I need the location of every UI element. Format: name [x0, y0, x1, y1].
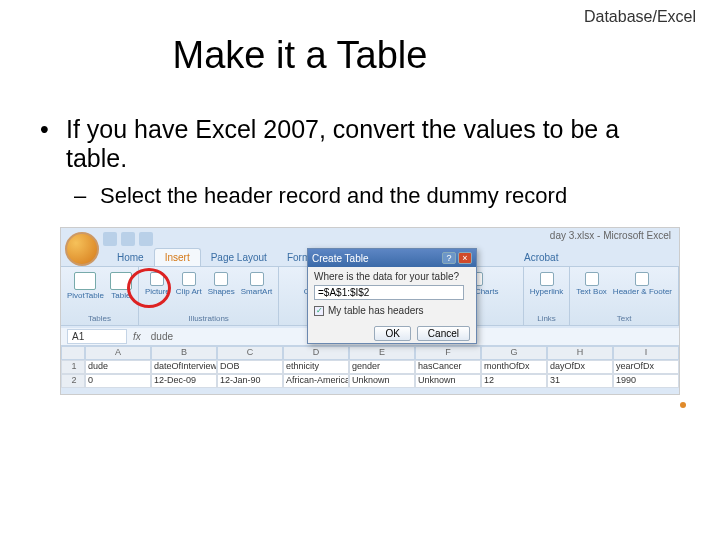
cell[interactable]: 31: [547, 374, 613, 388]
fx-icon[interactable]: fx: [133, 331, 141, 342]
cell[interactable]: dude: [85, 360, 151, 374]
cell[interactable]: 0: [85, 374, 151, 388]
cancel-button[interactable]: Cancel: [417, 326, 470, 341]
cell[interactable]: African-American: [283, 374, 349, 388]
cell[interactable]: 1990: [613, 374, 679, 388]
cell[interactable]: yearOfDx: [613, 360, 679, 374]
header-label: Database/Excel: [584, 8, 696, 26]
column-headers: A B C D E F G H I: [61, 346, 679, 360]
table-row: 2 0 12-Dec-09 12-Jan-90 African-American…: [61, 374, 679, 388]
picture-button[interactable]: Picture: [145, 272, 170, 296]
checkbox-icon: ✓: [314, 306, 324, 316]
annotation-dot: [680, 402, 686, 408]
excel-screenshot: day 3.xlsx - Microsoft Excel Home Insert…: [60, 227, 680, 395]
quick-access-toolbar[interactable]: [103, 232, 153, 246]
clipart-button[interactable]: Clip Art: [176, 272, 202, 296]
group-links-label: Links: [537, 314, 556, 323]
tab-acrobat[interactable]: Acrobat: [514, 249, 568, 266]
group-links: Hyperlink Links: [524, 267, 570, 325]
row-header[interactable]: 1: [61, 360, 85, 374]
table-button[interactable]: Table: [110, 272, 132, 300]
dialog-titlebar[interactable]: Create Table ? ×: [308, 249, 476, 267]
ok-button[interactable]: OK: [374, 326, 410, 341]
group-text: Text Box Header & Footer Text: [570, 267, 679, 325]
col-i[interactable]: I: [613, 346, 679, 360]
group-tables: PivotTable Table Tables: [61, 267, 139, 325]
page-title: Make it a Table: [0, 34, 720, 77]
col-d[interactable]: D: [283, 346, 349, 360]
row-header[interactable]: 2: [61, 374, 85, 388]
cell[interactable]: dayOfDx: [547, 360, 613, 374]
create-table-dialog: Create Table ? × Where is the data for y…: [307, 248, 477, 344]
hyperlink-button[interactable]: Hyperlink: [530, 272, 563, 296]
shapes-button[interactable]: Shapes: [208, 272, 235, 296]
col-f[interactable]: F: [415, 346, 481, 360]
cell[interactable]: dateOfInterview: [151, 360, 217, 374]
cell[interactable]: 12-Dec-09: [151, 374, 217, 388]
table-row: 1 dude dateOfInterview DOB ethnicity gen…: [61, 360, 679, 374]
tab-page-layout[interactable]: Page Layout: [201, 249, 277, 266]
cell[interactable]: hasCancer: [415, 360, 481, 374]
col-b[interactable]: B: [151, 346, 217, 360]
name-box[interactable]: A1: [67, 329, 127, 344]
pivot-table-button[interactable]: PivotTable: [67, 272, 104, 300]
cell[interactable]: ethnicity: [283, 360, 349, 374]
cell[interactable]: monthOfDx: [481, 360, 547, 374]
header-footer-button[interactable]: Header & Footer: [613, 272, 672, 296]
cell[interactable]: 12: [481, 374, 547, 388]
text-box-button[interactable]: Text Box: [576, 272, 607, 296]
cell[interactable]: Unknown: [349, 374, 415, 388]
smartart-button[interactable]: SmartArt: [241, 272, 273, 296]
range-input[interactable]: [314, 285, 464, 300]
help-icon[interactable]: ?: [442, 252, 456, 264]
cell[interactable]: Unknown: [415, 374, 481, 388]
dash: –: [74, 183, 90, 209]
group-illustrations-label: Illustrations: [188, 314, 228, 323]
app-titlebar: day 3.xlsx - Microsoft Excel: [550, 230, 671, 241]
group-text-label: Text: [617, 314, 632, 323]
group-tables-label: Tables: [88, 314, 111, 323]
content: • If you have Excel 2007, convert the va…: [40, 115, 680, 209]
col-g[interactable]: G: [481, 346, 547, 360]
cell[interactable]: 12-Jan-90: [217, 374, 283, 388]
formula-value[interactable]: dude: [147, 331, 173, 342]
headers-checkbox[interactable]: ✓ My table has headers: [314, 305, 470, 316]
close-icon[interactable]: ×: [458, 252, 472, 264]
dialog-prompt: Where is the data for your table?: [314, 271, 470, 282]
cell[interactable]: DOB: [217, 360, 283, 374]
checkbox-label: My table has headers: [328, 305, 424, 316]
sub-bullet-text: Select the header record and the dummy r…: [100, 183, 567, 209]
col-a[interactable]: A: [85, 346, 151, 360]
group-illustrations: Picture Clip Art Shapes SmartArt Illustr…: [139, 267, 279, 325]
bullet-dot: •: [40, 115, 58, 173]
dialog-title: Create Table: [312, 253, 369, 264]
col-e[interactable]: E: [349, 346, 415, 360]
cell[interactable]: gender: [349, 360, 415, 374]
office-button[interactable]: [65, 232, 99, 266]
col-h[interactable]: H: [547, 346, 613, 360]
col-c[interactable]: C: [217, 346, 283, 360]
tab-insert[interactable]: Insert: [154, 248, 201, 266]
tab-home[interactable]: Home: [107, 249, 154, 266]
bullet-text: If you have Excel 2007, convert the valu…: [66, 115, 680, 173]
